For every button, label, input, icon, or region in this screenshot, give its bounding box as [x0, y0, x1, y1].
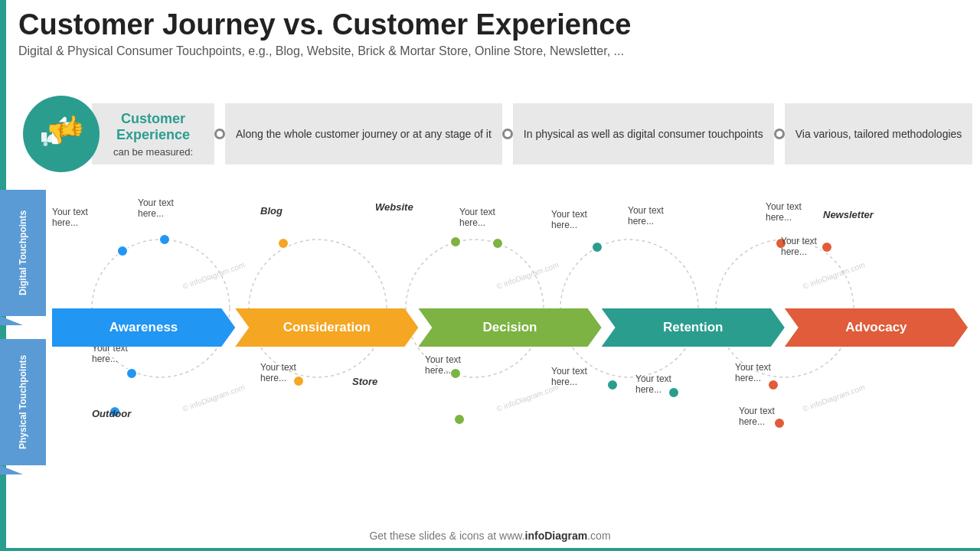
connector-2: [502, 129, 513, 139]
footer-suffix: .com: [587, 530, 610, 542]
dot-digital-blog: [278, 238, 289, 249]
dot-physical-5: [607, 380, 618, 390]
footer-brand: infoDiagram: [525, 530, 588, 542]
dot-physical-8: [774, 418, 785, 429]
side-label-physical: Physical Touchpoints: [0, 339, 46, 465]
page-title: Customer Journey vs. Customer Experience: [18, 9, 962, 41]
label-digital-awareness-1: Your texthere...: [52, 207, 88, 228]
stage-consideration: Consideration: [235, 308, 418, 347]
side-label-digital: Digital Touchpoints: [0, 190, 46, 316]
watermark-3: © infoDiagram.com: [802, 260, 866, 291]
label-digital-newsletter: Newsletter: [823, 209, 874, 220]
label-physical-retention-1: Your texthere...: [551, 366, 587, 387]
conn-dot-1: [214, 129, 225, 139]
label-digital-blog: Blog: [260, 205, 283, 217]
side-label-arrow-physical: [0, 465, 23, 474]
dot-digital-1: [117, 246, 128, 256]
conn-dot-3: [774, 129, 785, 139]
info-box-1: Along the whole customer journey or at a…: [225, 103, 502, 165]
cx-label-box: Customer Experience can be measured:: [92, 103, 214, 165]
label-physical-retention-2: Your texthere...: [635, 373, 671, 395]
dot-digital-website: [450, 236, 461, 247]
journey-section: Digital Touchpoints Physical Touchpoints: [0, 190, 980, 465]
cx-icon-circle: 👎 👍: [23, 96, 100, 172]
svg-text:👍: 👍: [60, 113, 84, 138]
label-physical-store: Store: [352, 376, 377, 387]
footer-text: Get these slides & icons at www.: [369, 530, 524, 542]
connector-1: [214, 129, 225, 139]
watermark-6: © infoDiagram.com: [802, 383, 866, 413]
label-digital-retention-2: Your texthere...: [628, 205, 664, 227]
label-digital-awareness-2: Your texthere...: [138, 197, 174, 219]
label-physical-outdoor: Outdoor: [92, 408, 131, 419]
cx-label-main: Customer Experience: [107, 111, 199, 143]
watermark-1: © infoDiagram.com: [181, 260, 246, 291]
label-physical-consideration: Your texthere...: [260, 362, 296, 383]
side-label-arrow-digital: [0, 316, 23, 325]
dot-physical-1: [126, 368, 137, 379]
dot-digital-2: [159, 234, 170, 245]
page-subtitle: Digital & Physical Consumer Touchpoints,…: [18, 44, 962, 58]
dot-physical-4b: [454, 414, 465, 425]
thumbs-icon: 👎 👍: [38, 111, 84, 157]
stage-awareness: Awareness: [52, 308, 235, 347]
watermark-5: © infoDiagram.com: [495, 383, 560, 413]
cx-label-sub: can be measured:: [113, 146, 193, 158]
header: Customer Journey vs. Customer Experience…: [18, 9, 962, 58]
label-digital-advocacy-2: Your texthere...: [781, 236, 817, 257]
info-box-3: Via various, tailored methodologies: [785, 103, 973, 165]
label-digital-retention: Your texthere...: [551, 209, 587, 230]
footer: Get these slides & icons at www.infoDiag…: [0, 530, 980, 542]
label-digital-website-2: Your texthere...: [459, 207, 495, 228]
dot-digital-7: [822, 242, 832, 253]
connector-3: [774, 129, 785, 139]
label-physical-decision: Your texthere...: [425, 354, 461, 376]
info-box-2: In physical as well as digital consumer …: [513, 103, 774, 165]
label-physical-advocacy-2: Your texthere...: [739, 406, 775, 427]
watermark-4: © infoDiagram.com: [181, 383, 246, 413]
label-physical-advocacy-1: Your texthere...: [735, 362, 771, 383]
stage-retention: Retention: [602, 308, 785, 347]
stage-advocacy: Advocacy: [785, 308, 968, 347]
label-digital-advocacy-1: Your texthere...: [766, 201, 802, 223]
stages-row: Awareness Consideration Decision Retenti…: [52, 308, 968, 347]
cx-section: 👎 👍 Customer Experience can be measured:…: [23, 92, 962, 176]
conn-dot-2: [502, 129, 513, 139]
dot-digital-4: [492, 238, 503, 249]
bottom-accent-bar: [0, 548, 980, 551]
dot-digital-5: [592, 242, 603, 253]
label-digital-website: Website: [375, 201, 413, 213]
watermark-2: © infoDiagram.com: [495, 260, 560, 291]
stage-decision: Decision: [418, 308, 601, 347]
